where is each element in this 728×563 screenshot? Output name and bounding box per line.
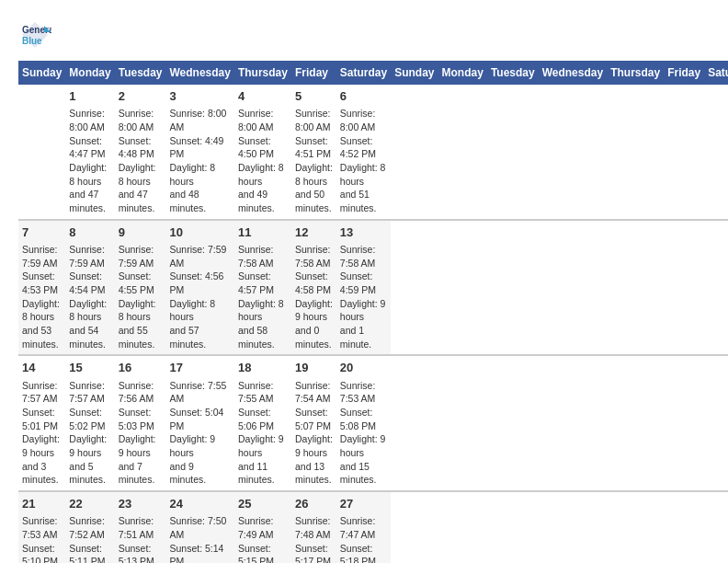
- weekday-header-saturday: Saturday: [336, 61, 391, 85]
- weekday-header-wednesday: Wednesday: [539, 61, 607, 85]
- calendar-cell: 25Sunrise: 7:49 AMSunset: 5:15 PMDayligh…: [234, 491, 291, 563]
- day-info: Sunrise: 7:59 AMSunset: 4:56 PMDaylight:…: [169, 243, 230, 351]
- calendar-cell: 6Sunrise: 8:00 AMSunset: 4:52 PMDaylight…: [336, 85, 391, 220]
- calendar-week-row: 7Sunrise: 7:59 AMSunset: 4:53 PMDaylight…: [18, 220, 728, 356]
- day-info: Sunrise: 7:58 AMSunset: 4:58 PMDaylight:…: [295, 243, 333, 351]
- day-info: Sunrise: 7:56 AMSunset: 5:03 PMDaylight:…: [119, 379, 163, 488]
- day-info: Sunrise: 8:00 AMSunset: 4:52 PMDaylight:…: [340, 107, 387, 215]
- calendar-cell: 1Sunrise: 8:00 AMSunset: 4:47 PMDaylight…: [65, 85, 114, 220]
- day-info: Sunrise: 7:57 AMSunset: 5:02 PMDaylight:…: [69, 379, 110, 488]
- weekday-header-thursday: Thursday: [607, 61, 664, 85]
- calendar-cell: 7Sunrise: 7:59 AMSunset: 4:53 PMDaylight…: [18, 220, 65, 356]
- day-info: Sunrise: 7:51 AMSunset: 5:13 PMDaylight:…: [119, 514, 163, 563]
- day-info: Sunrise: 7:59 AMSunset: 4:54 PMDaylight:…: [69, 243, 110, 351]
- calendar-cell: 19Sunrise: 7:54 AMSunset: 5:07 PMDayligh…: [291, 355, 336, 491]
- day-info: Sunrise: 8:00 AMSunset: 4:48 PMDaylight:…: [119, 107, 163, 215]
- calendar-cell: 17Sunrise: 7:55 AMSunset: 5:04 PMDayligh…: [165, 355, 233, 491]
- day-number: 15: [69, 360, 110, 376]
- page-header: General Blue: [18, 18, 710, 52]
- day-info: Sunrise: 7:57 AMSunset: 5:01 PMDaylight:…: [22, 379, 62, 488]
- day-number: 22: [69, 496, 110, 512]
- calendar-cell: 2Sunrise: 8:00 AMSunset: 4:48 PMDaylight…: [115, 85, 166, 220]
- day-number: 4: [238, 88, 288, 105]
- day-number: 10: [169, 224, 230, 241]
- weekday-header-friday: Friday: [664, 61, 704, 85]
- day-info: Sunrise: 7:53 AMSunset: 5:10 PMDaylight:…: [22, 514, 62, 563]
- day-number: 20: [340, 360, 387, 376]
- weekday-header-tuesday: Tuesday: [487, 61, 539, 85]
- calendar-cell: 27Sunrise: 7:47 AMSunset: 5:18 PMDayligh…: [336, 491, 391, 563]
- weekday-header-thursday: Thursday: [234, 61, 291, 85]
- weekday-header-sunday: Sunday: [18, 61, 65, 85]
- day-info: Sunrise: 7:53 AMSunset: 5:08 PMDaylight:…: [340, 379, 387, 488]
- day-info: Sunrise: 7:52 AMSunset: 5:11 PMDaylight:…: [69, 514, 110, 563]
- day-number: 21: [22, 496, 62, 512]
- day-number: 27: [340, 496, 387, 512]
- calendar-cell: 11Sunrise: 7:58 AMSunset: 4:57 PMDayligh…: [234, 220, 291, 356]
- day-number: 14: [22, 360, 62, 376]
- calendar-cell: 3Sunrise: 8:00 AMSunset: 4:49 PMDaylight…: [165, 85, 233, 220]
- calendar-cell: 12Sunrise: 7:58 AMSunset: 4:58 PMDayligh…: [291, 220, 336, 356]
- day-number: 11: [238, 224, 288, 241]
- weekday-header-monday: Monday: [65, 61, 114, 85]
- weekday-header-monday: Monday: [438, 61, 487, 85]
- day-info: Sunrise: 8:00 AMSunset: 4:51 PMDaylight:…: [295, 107, 333, 215]
- logo: General Blue: [18, 18, 55, 52]
- day-number: 12: [295, 224, 333, 241]
- day-info: Sunrise: 7:50 AMSunset: 5:14 PMDaylight:…: [169, 514, 230, 563]
- day-info: Sunrise: 7:55 AMSunset: 5:06 PMDaylight:…: [238, 379, 288, 488]
- day-number: 13: [340, 224, 387, 241]
- calendar-cell: 20Sunrise: 7:53 AMSunset: 5:08 PMDayligh…: [336, 355, 391, 491]
- day-number: 8: [69, 224, 110, 241]
- day-info: Sunrise: 7:59 AMSunset: 4:55 PMDaylight:…: [119, 243, 163, 351]
- calendar-cell: 14Sunrise: 7:57 AMSunset: 5:01 PMDayligh…: [18, 355, 65, 491]
- calendar-table: SundayMondayTuesdayWednesdayThursdayFrid…: [18, 61, 728, 563]
- weekday-header-tuesday: Tuesday: [115, 61, 166, 85]
- weekday-header-friday: Friday: [291, 61, 336, 85]
- calendar-cell: 5Sunrise: 8:00 AMSunset: 4:51 PMDaylight…: [291, 85, 336, 220]
- weekday-header-wednesday: Wednesday: [165, 61, 233, 85]
- day-number: 23: [119, 496, 163, 512]
- day-number: 3: [169, 88, 230, 105]
- day-number: 2: [119, 88, 163, 105]
- calendar-cell: 26Sunrise: 7:48 AMSunset: 5:17 PMDayligh…: [291, 491, 336, 563]
- calendar-cell: 15Sunrise: 7:57 AMSunset: 5:02 PMDayligh…: [65, 355, 114, 491]
- calendar-cell: 10Sunrise: 7:59 AMSunset: 4:56 PMDayligh…: [165, 220, 233, 356]
- calendar-cell: 4Sunrise: 8:00 AMSunset: 4:50 PMDaylight…: [234, 85, 291, 220]
- day-number: 6: [340, 88, 387, 105]
- day-info: Sunrise: 7:49 AMSunset: 5:15 PMDaylight:…: [238, 514, 288, 563]
- day-info: Sunrise: 7:58 AMSunset: 4:59 PMDaylight:…: [340, 243, 387, 351]
- day-info: Sunrise: 8:00 AMSunset: 4:49 PMDaylight:…: [169, 107, 230, 215]
- day-number: 7: [22, 224, 62, 241]
- svg-text:Blue: Blue: [22, 36, 42, 46]
- day-info: Sunrise: 8:00 AMSunset: 4:50 PMDaylight:…: [238, 107, 288, 215]
- day-info: Sunrise: 7:54 AMSunset: 5:07 PMDaylight:…: [295, 379, 333, 488]
- calendar-cell: [18, 85, 65, 220]
- day-number: 5: [295, 88, 333, 105]
- day-number: 24: [169, 496, 230, 512]
- weekday-header-sunday: Sunday: [391, 61, 438, 85]
- calendar-cell: 16Sunrise: 7:56 AMSunset: 5:03 PMDayligh…: [115, 355, 166, 491]
- calendar-week-row: 21Sunrise: 7:53 AMSunset: 5:10 PMDayligh…: [18, 491, 728, 563]
- calendar-cell: 8Sunrise: 7:59 AMSunset: 4:54 PMDaylight…: [65, 220, 114, 356]
- calendar-cell: 9Sunrise: 7:59 AMSunset: 4:55 PMDaylight…: [115, 220, 166, 356]
- logo-icon: General Blue: [18, 18, 51, 52]
- day-info: Sunrise: 7:58 AMSunset: 4:57 PMDaylight:…: [238, 243, 288, 351]
- calendar-week-row: 14Sunrise: 7:57 AMSunset: 5:01 PMDayligh…: [18, 355, 728, 491]
- calendar-cell: 13Sunrise: 7:58 AMSunset: 4:59 PMDayligh…: [336, 220, 391, 356]
- calendar-cell: 18Sunrise: 7:55 AMSunset: 5:06 PMDayligh…: [234, 355, 291, 491]
- day-number: 19: [295, 360, 333, 376]
- day-number: 1: [69, 88, 110, 105]
- calendar-cell: 23Sunrise: 7:51 AMSunset: 5:13 PMDayligh…: [115, 491, 166, 563]
- calendar-cell: 24Sunrise: 7:50 AMSunset: 5:14 PMDayligh…: [165, 491, 233, 563]
- day-number: 16: [119, 360, 163, 376]
- calendar-week-row: 1Sunrise: 8:00 AMSunset: 4:47 PMDaylight…: [18, 85, 728, 220]
- calendar-header-row: SundayMondayTuesdayWednesdayThursdayFrid…: [18, 61, 728, 85]
- day-info: Sunrise: 7:59 AMSunset: 4:53 PMDaylight:…: [22, 243, 62, 351]
- day-info: Sunrise: 7:48 AMSunset: 5:17 PMDaylight:…: [295, 514, 333, 563]
- calendar-cell: 22Sunrise: 7:52 AMSunset: 5:11 PMDayligh…: [65, 491, 114, 563]
- day-number: 18: [238, 360, 288, 376]
- day-info: Sunrise: 8:00 AMSunset: 4:47 PMDaylight:…: [69, 107, 110, 215]
- day-number: 9: [119, 224, 163, 241]
- day-number: 17: [169, 360, 230, 376]
